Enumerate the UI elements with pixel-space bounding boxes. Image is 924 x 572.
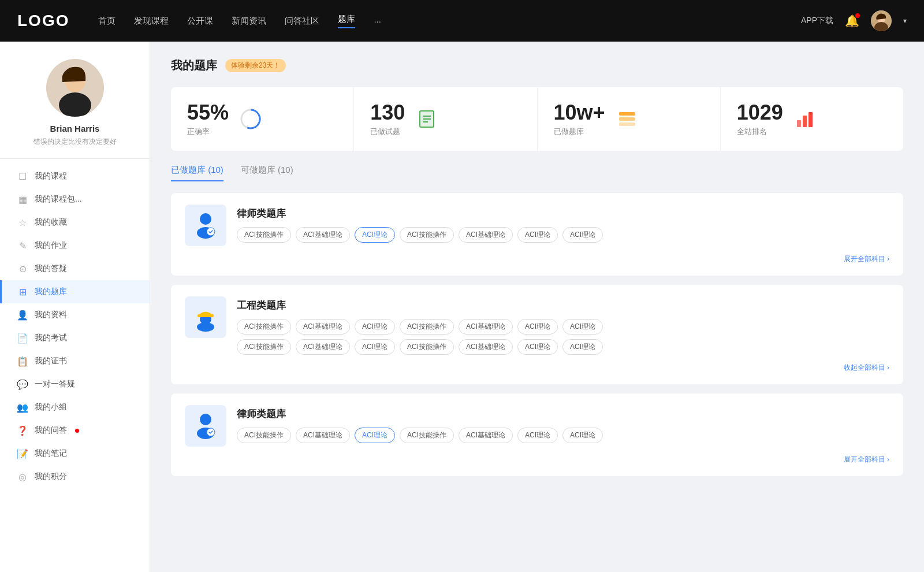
notification-dot — [855, 13, 860, 18]
tab-done-banks[interactable]: 已做题库 (10) — [171, 165, 223, 181]
nav-qa[interactable]: 问答社区 — [285, 16, 319, 27]
qbank-tags-lawyer-2: ACI技能操作 ACI基础理论 ACI理论 ACI技能操作 ACI基础理论 AC… — [237, 428, 889, 443]
tag[interactable]: ACI技能操作 — [237, 227, 291, 243]
tag[interactable]: ACI技能操作 — [400, 339, 454, 355]
stat-accuracy: 55% 正确率 — [171, 87, 354, 151]
tag[interactable]: ACI理论 — [517, 319, 558, 335]
tag[interactable]: ACI基础理论 — [296, 227, 350, 243]
svg-rect-13 — [619, 117, 635, 121]
tag[interactable]: ACI技能操作 — [237, 319, 291, 335]
tag[interactable]: ACI理论 — [517, 428, 558, 443]
star-icon: ☆ — [17, 217, 28, 228]
tag[interactable]: ACI技能操作 — [400, 319, 454, 335]
tag[interactable]: ACI技能操作 — [400, 227, 454, 243]
nav-open-course[interactable]: 公开课 — [187, 16, 213, 27]
rank-label: 全站排名 — [737, 127, 783, 137]
tag[interactable]: ACI理论 — [562, 428, 603, 443]
nav-home[interactable]: 首页 — [98, 16, 116, 27]
page-header: 我的题库 体验剩余23天！ — [171, 58, 903, 73]
stats-row: 55% 正确率 130 已做试题 — [171, 87, 903, 151]
accuracy-value: 55% — [187, 101, 229, 124]
tag[interactable]: ACI技能操作 — [237, 428, 291, 443]
svg-rect-15 — [797, 120, 801, 127]
profile-section: Brian Harris 错误的决定比没有决定要好 — [0, 59, 150, 159]
grid-icon: ⊞ — [17, 287, 28, 297]
accuracy-label: 正确率 — [187, 127, 229, 137]
tag[interactable]: ACI理论 — [517, 227, 558, 243]
tag[interactable]: ACI技能操作 — [400, 428, 454, 443]
tag-active[interactable]: ACI理论 — [355, 227, 395, 243]
done-banks-icon — [614, 106, 640, 132]
profile-name: Brian Harris — [50, 124, 100, 133]
tag[interactable]: ACI基础理论 — [459, 227, 513, 243]
svg-rect-17 — [808, 112, 813, 127]
sidebar-item-my-courses[interactable]: ☐ 我的课程 — [0, 165, 150, 188]
sidebar-item-notes[interactable]: 📝 我的笔记 — [0, 442, 150, 465]
sidebar-item-tutoring[interactable]: 💬 一对一答疑 — [0, 373, 150, 396]
done-questions-value: 130 — [370, 101, 405, 124]
navbar-right: APP下载 🔔 ▾ — [801, 10, 907, 31]
qbank-title-lawyer-2: 律师类题库 — [237, 405, 889, 421]
page-title: 我的题库 — [171, 58, 217, 73]
tag[interactable]: ACI基础理论 — [459, 428, 513, 443]
nav-menu: 首页 发现课程 公开课 新闻资讯 问答社区 题库 ··· — [98, 14, 801, 28]
tag[interactable]: ACI理论 — [562, 339, 603, 355]
page-layout: Brian Harris 错误的决定比没有决定要好 ☐ 我的课程 ▦ 我的课程包… — [0, 42, 924, 572]
sidebar-item-course-packages[interactable]: ▦ 我的课程包... — [0, 188, 150, 211]
qbank-tags-lawyer-1: ACI技能操作 ACI基础理论 ACI理论 ACI技能操作 ACI基础理论 AC… — [237, 227, 889, 243]
qbank-lawyer-icon-2 — [185, 405, 226, 447]
avatar[interactable] — [871, 10, 892, 31]
tag[interactable]: ACI理论 — [517, 339, 558, 355]
sidebar-item-exams[interactable]: 📄 我的考试 — [0, 326, 150, 350]
tab-available-banks[interactable]: 可做题库 (10) — [241, 165, 293, 181]
tag[interactable]: ACI基础理论 — [296, 319, 350, 335]
tag[interactable]: ACI理论 — [355, 339, 395, 355]
sidebar-item-question-bank[interactable]: ⊞ 我的题库 — [0, 280, 150, 303]
expand-link-lawyer-1[interactable]: 展开全部科目 › — [185, 254, 889, 264]
nav-more[interactable]: ··· — [374, 16, 381, 26]
tag[interactable]: ACI技能操作 — [237, 339, 291, 355]
qbank-card-lawyer-2: 律师类题库 ACI技能操作 ACI基础理论 ACI理论 ACI技能操作 ACI基… — [171, 393, 903, 476]
profile-avatar — [46, 59, 104, 117]
done-banks-label: 已做题库 — [554, 127, 605, 137]
sidebar-item-certificates[interactable]: 📋 我的证书 — [0, 350, 150, 373]
sidebar-item-profile[interactable]: 👤 我的资料 — [0, 303, 150, 326]
sidebar-item-my-qa[interactable]: ❓ 我的问答 — [0, 419, 150, 442]
qa-icon: ❓ — [17, 425, 28, 436]
nav-question-bank[interactable]: 题库 — [338, 14, 355, 28]
sidebar-item-favorites[interactable]: ☆ 我的收藏 — [0, 211, 150, 234]
collapse-link-engineer[interactable]: 收起全部科目 › — [185, 363, 889, 373]
qbank-tags-engineer-row2: ACI技能操作 ACI基础理论 ACI理论 ACI技能操作 ACI基础理论 AC… — [237, 339, 889, 355]
tag[interactable]: ACI基础理论 — [459, 319, 513, 335]
score-icon: ◎ — [17, 471, 28, 482]
tag[interactable]: ACI理论 — [562, 227, 603, 243]
tag[interactable]: ACI理论 — [355, 319, 395, 335]
svg-point-24 — [200, 414, 211, 425]
nav-discover[interactable]: 发现课程 — [134, 16, 169, 27]
doc-icon: 📄 — [17, 333, 28, 343]
svg-point-18 — [200, 213, 211, 225]
stat-done-questions: 130 已做试题 — [354, 87, 537, 151]
expand-link-lawyer-2[interactable]: 展开全部科目 › — [185, 455, 889, 465]
tag[interactable]: ACI基础理论 — [296, 339, 350, 355]
qbank-engineer-icon — [185, 296, 226, 338]
notification-bell[interactable]: 🔔 — [845, 14, 859, 28]
sidebar-item-points[interactable]: ◎ 我的积分 — [0, 465, 150, 488]
main-content: 我的题库 体验剩余23天！ 55% 正确率 130 — [150, 42, 924, 572]
qbank-card-engineer: 工程类题库 ACI技能操作 ACI基础理论 ACI理论 ACI技能操作 ACI基… — [171, 285, 903, 384]
sidebar-menu: ☐ 我的课程 ▦ 我的课程包... ☆ 我的收藏 ✎ 我的作业 ⊙ 我的答疑 ⊞… — [0, 165, 150, 488]
user-dropdown-arrow[interactable]: ▾ — [903, 17, 907, 25]
sidebar: Brian Harris 错误的决定比没有决定要好 ☐ 我的课程 ▦ 我的课程包… — [0, 42, 150, 572]
nav-news[interactable]: 新闻资讯 — [232, 16, 266, 27]
sidebar-item-groups[interactable]: 👥 我的小组 — [0, 396, 150, 419]
qbank-title-engineer: 工程类题库 — [237, 296, 889, 312]
app-download-button[interactable]: APP下载 — [801, 16, 833, 26]
tag[interactable]: ACI理论 — [562, 319, 603, 335]
tag-active[interactable]: ACI理论 — [355, 428, 395, 443]
tag[interactable]: ACI基础理论 — [296, 428, 350, 443]
sidebar-item-qa[interactable]: ⊙ 我的答疑 — [0, 257, 150, 280]
qa-notification-dot — [75, 429, 79, 433]
sidebar-item-homework[interactable]: ✎ 我的作业 — [0, 234, 150, 257]
tag[interactable]: ACI基础理论 — [459, 339, 513, 355]
rank-value: 1029 — [737, 101, 783, 124]
